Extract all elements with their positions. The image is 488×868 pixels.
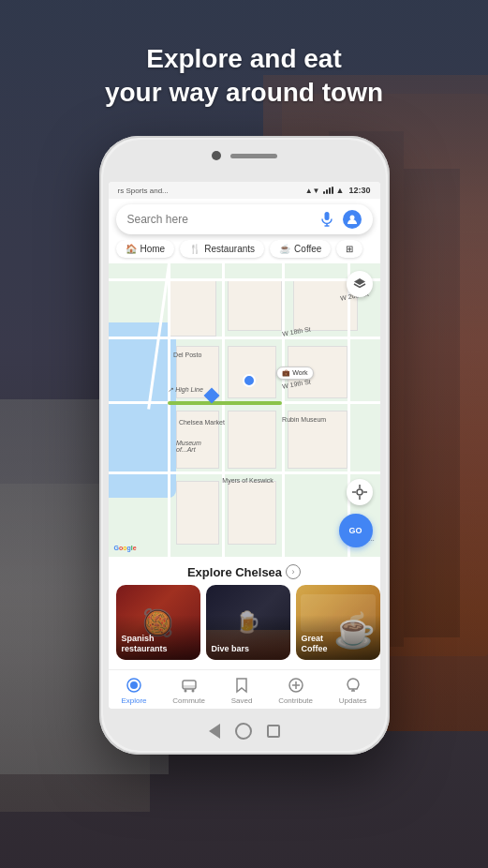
- chip-restaurants-label: Restaurants: [204, 244, 255, 254]
- svg-point-3: [349, 216, 354, 220]
- map-road-h4: [109, 278, 380, 281]
- more-icon: ⊞: [346, 244, 353, 254]
- recents-button[interactable]: [267, 725, 280, 738]
- map-label-rubin: Rubin Museum: [282, 416, 326, 423]
- map-block-8: [228, 411, 276, 470]
- phone-bottom-bar: [103, 723, 386, 740]
- map-block-5: [228, 346, 276, 398]
- saved-nav-label: Saved: [231, 696, 253, 705]
- map-block-1: [168, 278, 216, 337]
- map-road-h3: [109, 471, 380, 474]
- map-road-h1: [109, 337, 380, 339]
- home-icon: 🏠: [126, 244, 137, 254]
- back-button[interactable]: [209, 724, 220, 739]
- go-button-label: GO: [348, 526, 362, 535]
- status-bar-left: rs Sports and...: [118, 187, 169, 195]
- map-green-highline: [168, 401, 282, 405]
- microphone-icon[interactable]: [318, 211, 335, 228]
- header-section: Explore and eat your way around town: [0, 42, 488, 111]
- nav-item-commute[interactable]: Commute: [172, 676, 205, 705]
- search-text: Search here: [127, 213, 311, 226]
- search-bar[interactable]: Search here: [116, 204, 373, 234]
- map-location-button[interactable]: [347, 479, 373, 505]
- nav-item-explore[interactable]: Explore: [121, 676, 146, 705]
- phone-screen: rs Sports and... ▲▼ ▲ 12:30: [109, 182, 380, 709]
- home-button[interactable]: [235, 723, 252, 740]
- map-label-myers: Myers of Keswick: [222, 477, 273, 484]
- updates-nav-label: Updates: [339, 696, 367, 705]
- camera-dot: [212, 151, 221, 160]
- map-pin-user: [243, 374, 256, 387]
- explore-nav-label: Explore: [121, 696, 146, 705]
- map-road-v4: [348, 263, 350, 557]
- category-chips: 🏠 Home 🍴 Restaurants ☕ Coffee ⊞: [109, 240, 380, 263]
- speaker-bar: [230, 154, 277, 158]
- status-time: 12:30: [348, 186, 370, 195]
- bottom-nav: Explore Commute: [109, 669, 380, 709]
- phone-top-bar: [103, 151, 386, 160]
- coffee-chip-icon: ☕: [279, 244, 290, 254]
- work-pin-label: Work: [292, 369, 307, 376]
- signal-icon: ▲▼: [305, 187, 320, 195]
- explore-cards: 🥘 Spanish restaurants 🍺: [109, 585, 380, 666]
- explore-section: Explore Chelsea › 🥘 Spanish: [109, 557, 380, 669]
- contribute-nav-icon: [287, 676, 305, 695]
- map-label-museum: Museumof...Art: [176, 440, 201, 453]
- svg-rect-0: [324, 212, 329, 220]
- signal-bars: [323, 187, 333, 194]
- saved-nav-icon: [232, 676, 251, 695]
- google-logo: Google: [114, 545, 137, 551]
- nav-item-saved[interactable]: Saved: [231, 676, 253, 705]
- wifi-icon: ▲: [336, 186, 345, 195]
- status-icons: ▲▼ ▲ 12:30: [305, 186, 371, 195]
- map-layers-button[interactable]: [347, 271, 373, 297]
- commute-nav-icon: [180, 676, 199, 695]
- card-spanish-restaurants[interactable]: 🥘 Spanish restaurants: [116, 585, 200, 660]
- work-pin-icon: 💼: [282, 369, 290, 377]
- header-title: Explore and eat your way around town: [0, 42, 488, 111]
- updates-nav-icon: [344, 676, 362, 695]
- card-dive-bars[interactable]: 🍺 Dive bars: [206, 585, 290, 660]
- chip-home-label: Home: [140, 244, 166, 254]
- explore-arrow-button[interactable]: ›: [286, 564, 301, 579]
- restaurants-icon: 🍴: [189, 244, 200, 254]
- nav-item-contribute[interactable]: Contribute: [278, 676, 313, 705]
- chip-home[interactable]: 🏠 Home: [116, 240, 175, 258]
- map-block-11: [228, 481, 276, 546]
- chip-coffee[interactable]: ☕ Coffee: [270, 240, 331, 258]
- explore-nav-icon: [125, 676, 143, 695]
- svg-point-9: [130, 681, 138, 689]
- status-bar: rs Sports and... ▲▼ ▲ 12:30: [109, 182, 380, 199]
- map-pin-work: 💼 Work: [276, 367, 313, 380]
- map-road-v2: [222, 263, 225, 557]
- card-bars-label: Dive bars: [212, 644, 250, 654]
- phone-frame: rs Sports and... ▲▼ ▲ 12:30: [99, 136, 390, 755]
- map-road-v1: [168, 263, 170, 557]
- card-spanish-label: Spanish restaurants: [122, 634, 168, 654]
- nav-item-updates[interactable]: Updates: [339, 676, 367, 705]
- map-label-chelsea: Chelsea Market: [179, 419, 225, 426]
- explore-title: Explore Chelsea: [187, 565, 282, 579]
- card-great-coffee[interactable]: ☕ Great Coffee: [296, 585, 380, 660]
- map-block-10: [176, 481, 219, 546]
- phone-inner: rs Sports and... ▲▼ ▲ 12:30: [103, 140, 386, 751]
- map-area[interactable]: Chelsea Market Del Posto Rubin Museum My…: [109, 263, 380, 557]
- chip-more[interactable]: ⊞: [336, 240, 362, 258]
- chip-restaurants[interactable]: 🍴 Restaurants: [180, 240, 264, 258]
- user-avatar-icon[interactable]: [343, 210, 362, 229]
- card-coffee-label: Great Coffee: [302, 634, 328, 654]
- svg-point-4: [357, 489, 362, 495]
- svg-rect-12: [183, 685, 196, 689]
- map-label-delposto: Del Posto: [173, 352, 201, 358]
- chip-coffee-label: Coffee: [294, 244, 321, 254]
- commute-nav-label: Commute: [172, 696, 205, 705]
- map-go-button[interactable]: GO: [339, 514, 373, 547]
- explore-header: Explore Chelsea ›: [109, 557, 380, 585]
- contribute-nav-label: Contribute: [278, 696, 313, 705]
- map-block-2: [228, 278, 282, 331]
- map-road-v3: [282, 263, 285, 557]
- map-label-highline: ↗ High Line: [168, 386, 203, 394]
